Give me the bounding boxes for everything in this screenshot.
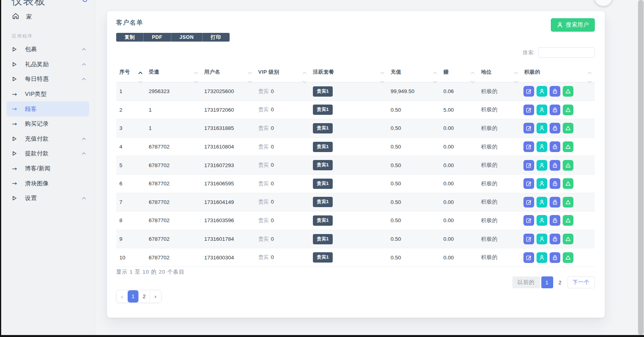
triangle-icon <box>565 199 571 205</box>
user-avatar[interactable] <box>594 0 613 6</box>
lock-button[interactable] <box>550 86 560 97</box>
sidebar-item-7[interactable]: 提款付款 <box>6 146 89 161</box>
lock-button[interactable] <box>550 234 560 244</box>
cell-invited: 6787702 <box>146 137 201 156</box>
user-detail-button[interactable] <box>537 215 547 226</box>
cell-recharge: 0.50 <box>387 156 440 175</box>
edit-button[interactable] <box>523 123 534 133</box>
user-detail-button[interactable] <box>537 197 547 208</box>
user-detail-button[interactable] <box>537 252 547 263</box>
edit-icon <box>526 162 532 168</box>
edit-button[interactable] <box>523 141 534 152</box>
lock-button[interactable] <box>550 178 560 189</box>
cell-invited: 1 <box>146 119 201 138</box>
sidebar-item-6[interactable]: 充值付款 <box>6 131 89 147</box>
approve-button[interactable] <box>563 141 573 152</box>
cell-earn: 0.00 <box>440 211 478 230</box>
sidebar-item-0[interactable]: 包裹 <box>6 42 89 57</box>
column-header-7[interactable]: 地位 <box>478 67 521 82</box>
column-header-1[interactable]: 受邀 <box>146 67 201 82</box>
cell-invited: 6787702 <box>146 211 201 230</box>
user-detail-button[interactable] <box>537 141 547 152</box>
column-header-5[interactable]: 充值 <box>387 67 440 82</box>
edit-button[interactable] <box>523 178 534 189</box>
status-text: 积极的 <box>481 181 498 187</box>
pdf-button[interactable]: PDF <box>144 33 171 42</box>
cell-no: 9 <box>116 230 146 248</box>
column-header-2[interactable]: 用户名 <box>201 67 255 82</box>
cell-vip-level: 贵宾0 <box>255 248 310 267</box>
user-detail-button[interactable] <box>537 178 547 189</box>
cell-recharge: 0.50 <box>387 101 440 119</box>
page-2-button[interactable]: 2 <box>554 276 566 288</box>
edit-button[interactable] <box>523 215 534 226</box>
approve-button[interactable] <box>563 197 573 208</box>
approve-button[interactable] <box>563 215 573 226</box>
sidebar-item-4[interactable]: →顾客 <box>6 101 89 116</box>
approve-button[interactable] <box>563 160 573 171</box>
lock-button[interactable] <box>550 141 560 152</box>
approve-button[interactable] <box>563 86 573 97</box>
lock-button[interactable] <box>550 160 560 171</box>
sort-desc-icon <box>514 78 518 84</box>
copy-button[interactable]: 复制 <box>116 33 144 42</box>
column-header-3[interactable]: VIP 级别 <box>255 67 310 82</box>
sidebar-item-1[interactable]: 礼品奖励 <box>6 57 89 72</box>
user-detail-button[interactable] <box>537 234 547 244</box>
approve-button[interactable] <box>563 234 573 244</box>
lock-button[interactable] <box>550 215 560 226</box>
column-header-6[interactable]: 赚 <box>440 67 478 82</box>
cell-status: 积极的 <box>478 82 521 101</box>
print-button[interactable]: 打印 <box>203 33 230 42</box>
search-user-button[interactable]: 搜索用户 <box>551 18 595 32</box>
edit-button[interactable] <box>523 86 534 97</box>
edit-button[interactable] <box>523 234 534 244</box>
column-header-0[interactable]: 序号 <box>116 67 146 82</box>
lock-button[interactable] <box>550 197 560 208</box>
user-detail-button[interactable] <box>537 86 547 97</box>
scrollbar-thumb[interactable] <box>638 0 644 335</box>
lock-button[interactable] <box>550 105 560 115</box>
pager-next-arrow[interactable]: › <box>150 290 161 303</box>
column-header-4[interactable]: 活跃套餐 <box>310 67 387 82</box>
lock-button[interactable] <box>550 252 560 263</box>
search-input[interactable] <box>538 47 595 58</box>
vertical-scrollbar[interactable] <box>638 0 644 335</box>
next-page-button[interactable]: 下一个 <box>567 276 595 288</box>
pager-prev-arrow[interactable]: ‹ <box>117 290 128 303</box>
approve-button[interactable] <box>563 105 573 115</box>
previous-page-button[interactable]: 以前的 <box>512 276 540 288</box>
sidebar-item-5[interactable]: →购买记录 <box>6 116 89 131</box>
sidebar-item-10[interactable]: 设置 <box>6 191 89 206</box>
sidebar-item-3[interactable]: →VIP类型 <box>6 87 89 102</box>
user-detail-button[interactable] <box>537 123 547 133</box>
pager-page-1[interactable]: 1 <box>128 290 139 303</box>
user-detail-button[interactable] <box>537 160 547 171</box>
sidebar-item-9[interactable]: →滑块图像 <box>6 176 89 191</box>
json-button[interactable]: JSON <box>171 33 203 42</box>
sidebar-item-8[interactable]: →博客/新闻 <box>6 161 89 176</box>
edit-button[interactable] <box>523 197 534 208</box>
row-actions <box>523 123 595 133</box>
sidebar-toggle-icon[interactable] <box>82 0 87 2</box>
lock-button[interactable] <box>550 123 560 133</box>
customer-table-wrap: 序号受邀用户名VIP 级别活跃套餐充值赚地位积极的 12956323173202… <box>116 67 595 267</box>
cell-actions <box>521 119 595 138</box>
cell-package: 贵宾1 <box>310 248 387 267</box>
approve-button[interactable] <box>563 178 573 189</box>
row-actions <box>523 86 595 97</box>
sidebar-item-2[interactable]: 每日特惠 <box>6 72 89 87</box>
column-header-8[interactable]: 积极的 <box>521 67 595 82</box>
edit-button[interactable] <box>523 252 534 263</box>
user-icon <box>539 181 545 187</box>
approve-button[interactable] <box>563 123 573 133</box>
sidebar-item-home[interactable]: 家 <box>1 10 95 24</box>
edit-button[interactable] <box>523 105 534 115</box>
edit-button[interactable] <box>523 160 534 171</box>
pager-page-2[interactable]: 2 <box>139 290 150 303</box>
user-detail-button[interactable] <box>537 105 547 115</box>
cell-package: 贵宾1 <box>310 119 387 138</box>
approve-button[interactable] <box>563 252 573 263</box>
page-1-button[interactable]: 1 <box>541 276 553 288</box>
column-label: VIP 级别 <box>258 69 279 75</box>
